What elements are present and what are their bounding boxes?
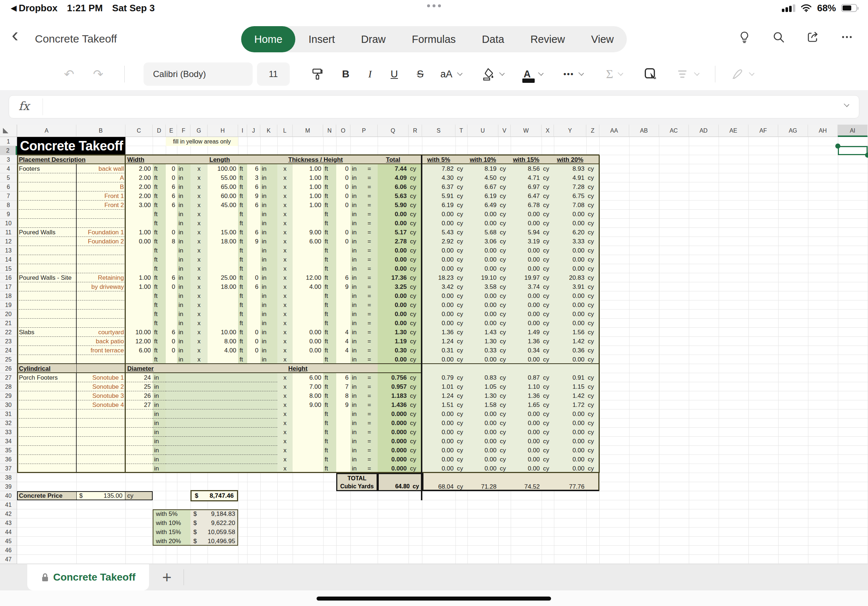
cell-W35[interactable]: 0.00 bbox=[511, 446, 542, 455]
cell-D19[interactable]: ft bbox=[153, 300, 166, 309]
cell-D5[interactable]: ft bbox=[153, 173, 166, 182]
cell-B35[interactable] bbox=[76, 446, 126, 455]
column-header-AD[interactable]: AD bbox=[689, 125, 719, 137]
row-header-39[interactable]: 39 bbox=[0, 482, 17, 491]
cell-H13[interactable] bbox=[208, 246, 238, 255]
row-header-43[interactable]: 43 bbox=[0, 518, 17, 527]
cell-X30[interactable]: cy bbox=[542, 400, 554, 410]
cell-H23[interactable]: 8.00 bbox=[208, 337, 238, 346]
cell-R11[interactable]: cy bbox=[409, 228, 422, 237]
cell-X21[interactable]: cy bbox=[542, 318, 554, 328]
cell-X16[interactable]: cy bbox=[542, 273, 554, 282]
cell-N10[interactable]: ft bbox=[323, 219, 336, 228]
cell-D7[interactable]: ft bbox=[153, 192, 166, 201]
cell-C18[interactable] bbox=[126, 291, 153, 300]
cell-A20[interactable] bbox=[17, 309, 76, 318]
cell-P21[interactable]: in= bbox=[350, 318, 378, 328]
cell-R30[interactable]: cy bbox=[409, 400, 422, 410]
cell-O14[interactable] bbox=[336, 255, 350, 264]
cell-X36[interactable]: cy bbox=[542, 455, 554, 464]
cell-W4[interactable]: 8.56 bbox=[511, 164, 542, 173]
cell-Q14[interactable]: 0.00 bbox=[378, 255, 409, 264]
cell-O18[interactable] bbox=[336, 291, 350, 300]
cell-H5[interactable]: 55.00 bbox=[208, 173, 238, 182]
cell-Q6[interactable]: 6.06 bbox=[378, 182, 409, 192]
cell-B32[interactable] bbox=[76, 419, 126, 428]
cell-L23[interactable]: x bbox=[277, 337, 293, 346]
total-cubic-yards-cell[interactable]: 64.80cy bbox=[378, 473, 422, 491]
cell-F10[interactable]: in bbox=[177, 219, 191, 228]
column-header-AI[interactable]: AI bbox=[838, 125, 868, 137]
formula-bar-expand-icon[interactable] bbox=[844, 101, 849, 107]
cell-Q17[interactable]: 3.25 bbox=[378, 282, 409, 291]
cell-W25[interactable]: 0.00 bbox=[511, 355, 542, 364]
cell-M11[interactable]: 9.00 bbox=[293, 228, 323, 237]
cell-R20[interactable]: cy bbox=[409, 309, 422, 318]
cell-U37[interactable]: 0.00 bbox=[467, 464, 498, 473]
column-header-Z[interactable]: Z bbox=[586, 125, 599, 137]
cell-W18[interactable]: 0.00 bbox=[511, 291, 542, 300]
cell-Q21[interactable]: 0.00 bbox=[378, 318, 409, 328]
cell-T13[interactable]: cy bbox=[456, 246, 467, 255]
cell-A10[interactable] bbox=[17, 219, 76, 228]
cell-Z25[interactable]: cy bbox=[586, 355, 599, 364]
cell-X19[interactable]: cy bbox=[542, 300, 554, 309]
italic-button[interactable]: I bbox=[368, 68, 372, 80]
cell-U32[interactable]: 0.00 bbox=[467, 419, 498, 428]
cell-G13[interactable]: x bbox=[191, 246, 208, 255]
cell-P35[interactable]: in= bbox=[350, 446, 378, 455]
cell-EK31[interactable] bbox=[166, 410, 277, 419]
cell-T14[interactable]: cy bbox=[456, 255, 467, 264]
cell-K9[interactable]: in bbox=[260, 210, 277, 219]
cell-Y22[interactable]: 1.56 bbox=[554, 328, 586, 337]
cell-Y24[interactable]: 0.36 bbox=[554, 346, 586, 355]
cost-row-value-2[interactable]: $9,622.20 bbox=[191, 518, 238, 527]
cell-E7[interactable]: 6 bbox=[166, 192, 177, 201]
cell-F25[interactable]: in bbox=[177, 355, 191, 364]
cell-J15[interactable] bbox=[247, 264, 260, 273]
cell-Y37[interactable]: 0.00 bbox=[554, 464, 586, 473]
cell-D32[interactable]: in bbox=[153, 419, 166, 428]
cell-I22[interactable]: ft bbox=[238, 328, 247, 337]
cell-W27[interactable]: 0.87 bbox=[511, 373, 542, 382]
cell-Z24[interactable]: cy bbox=[586, 346, 599, 355]
cell-D9[interactable]: ft bbox=[153, 210, 166, 219]
cell-EK33[interactable] bbox=[166, 428, 277, 437]
cell-S22[interactable]: 1.36 bbox=[422, 328, 456, 337]
cell-D11[interactable]: ft bbox=[153, 228, 166, 237]
cell-Y19[interactable]: 0.00 bbox=[554, 300, 586, 309]
cell-P12[interactable]: in= bbox=[350, 237, 378, 246]
cell-N14[interactable]: ft bbox=[323, 255, 336, 264]
cell-G5[interactable]: x bbox=[191, 173, 208, 182]
cell-Z33[interactable]: cy bbox=[586, 428, 599, 437]
cell-A34[interactable] bbox=[17, 437, 76, 446]
cell-T37[interactable]: cy bbox=[456, 464, 467, 473]
cell-W9[interactable]: 0.00 bbox=[511, 210, 542, 219]
cell-F8[interactable]: in bbox=[177, 201, 191, 210]
column-header-T[interactable]: T bbox=[456, 125, 467, 137]
cell-W28[interactable]: 1.10 bbox=[511, 382, 542, 391]
cell-X14[interactable]: cy bbox=[542, 255, 554, 264]
cell-R27[interactable]: cy bbox=[409, 373, 422, 382]
cell-C32[interactable] bbox=[126, 419, 153, 428]
cell-R16[interactable]: cy bbox=[409, 273, 422, 282]
cell-Y13[interactable]: 0.00 bbox=[554, 246, 586, 255]
cell-P33[interactable]: in= bbox=[350, 428, 378, 437]
cell-E11[interactable]: 0 bbox=[166, 228, 177, 237]
row-header-26[interactable]: 26 bbox=[0, 364, 17, 373]
cell-M12[interactable]: 6.00 bbox=[293, 237, 323, 246]
cell-G15[interactable]: x bbox=[191, 264, 208, 273]
cell-G11[interactable]: x bbox=[191, 228, 208, 237]
cell-B36[interactable] bbox=[76, 455, 126, 464]
cell-M13[interactable] bbox=[293, 246, 323, 255]
cell-S10[interactable]: 0.00 bbox=[422, 219, 456, 228]
cell-F6[interactable]: in bbox=[177, 182, 191, 192]
cell-X18[interactable]: cy bbox=[542, 291, 554, 300]
cell-E18[interactable] bbox=[166, 291, 177, 300]
row-header-4[interactable]: 4 bbox=[0, 164, 17, 173]
cell-E10[interactable] bbox=[166, 219, 177, 228]
cell-N24[interactable]: ft bbox=[323, 346, 336, 355]
cell-C11[interactable]: 1.00 bbox=[126, 228, 153, 237]
cell-Q4[interactable]: 7.44 bbox=[378, 164, 409, 173]
more-formatting-button[interactable]: ••• bbox=[563, 70, 583, 79]
